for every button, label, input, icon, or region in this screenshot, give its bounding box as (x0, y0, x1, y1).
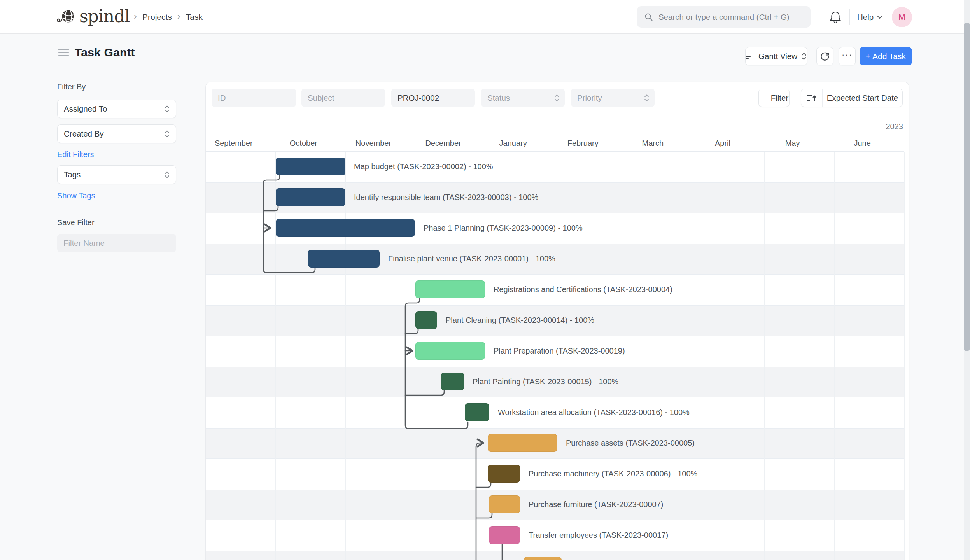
breadcrumb-projects[interactable]: Projects (142, 12, 172, 22)
view-switcher-label: Gantt View (758, 52, 797, 61)
created-by-select[interactable]: Created By (57, 124, 176, 143)
gantt-gridline (485, 152, 485, 560)
view-switcher-button[interactable]: Gantt View (745, 47, 807, 65)
status-placeholder: Status (487, 93, 510, 103)
scrollbar-track[interactable] (964, 0, 970, 560)
month-label: June (827, 139, 897, 148)
gantt-task-bar[interactable] (276, 158, 345, 175)
gantt-task-bar[interactable] (489, 526, 520, 544)
help-label: Help (857, 12, 874, 22)
select-chevrons-icon (165, 171, 170, 178)
sort-ascending-icon (807, 94, 816, 102)
gantt-card: Status Priority Filter Expected Start Da… (205, 82, 909, 560)
app-logo[interactable]: spindl (56, 0, 130, 34)
filter-icon (760, 95, 767, 101)
page-head: Task Gantt (58, 46, 135, 59)
gantt-gridline (695, 152, 695, 560)
refresh-icon (820, 51, 830, 61)
show-tags-link[interactable]: Show Tags (57, 191, 95, 200)
gantt-view-icon (746, 53, 755, 60)
chevron-right-icon: › (177, 12, 180, 21)
select-chevrons-icon (644, 94, 649, 102)
gantt-task-bar[interactable] (308, 250, 380, 268)
project-filter-input[interactable] (391, 89, 475, 107)
avatar-initial: M (898, 12, 905, 23)
select-chevrons-icon (801, 52, 807, 61)
month-label: November (338, 139, 408, 148)
breadcrumb-task[interactable]: Task (186, 12, 203, 22)
add-task-label: + Add Task (866, 52, 906, 61)
gantt-task-bar[interactable] (489, 495, 520, 513)
gantt-task-bar[interactable] (524, 557, 562, 560)
sort-field-button[interactable]: Expected Start Date (823, 89, 902, 107)
month-label: September (205, 139, 269, 148)
month-label: December (408, 139, 478, 148)
ellipsis-icon: ··· (842, 50, 853, 60)
gantt-task-bar[interactable] (488, 465, 520, 483)
select-chevrons-icon (165, 105, 170, 113)
assigned-to-label: Assigned To (64, 104, 107, 114)
navbar: spindl › Projects › Task Search or type … (0, 0, 970, 34)
month-label: February (548, 139, 618, 148)
yarn-ball-icon (56, 8, 77, 26)
priority-filter-select[interactable]: Priority (571, 89, 655, 107)
navbar-divider (849, 9, 850, 25)
gantt-gridline (625, 152, 625, 560)
gantt-gridline (275, 152, 276, 560)
gantt-gridline (764, 152, 765, 560)
gantt-gridline (555, 152, 555, 560)
filter-name-input[interactable] (57, 234, 176, 252)
gantt-month-header: SeptemberOctoberNovemberDecemberJanuaryF… (205, 139, 904, 148)
month-label: October (269, 139, 339, 148)
priority-placeholder: Priority (577, 93, 602, 103)
add-task-button[interactable]: + Add Task (860, 47, 912, 65)
brand-name: spindl (79, 6, 130, 26)
created-by-label: Created By (64, 129, 104, 138)
gantt-task-bar[interactable] (488, 434, 557, 452)
id-filter-input[interactable] (212, 89, 296, 107)
gantt-rows (206, 151, 904, 560)
gantt-task-bar[interactable] (415, 342, 485, 360)
month-label: April (688, 139, 758, 148)
search-placeholder: Search or type a command (Ctrl + G) (658, 12, 790, 22)
sort-button-group[interactable]: Expected Start Date (801, 89, 903, 107)
tags-label: Tags (64, 170, 81, 179)
help-menu[interactable]: Help (857, 0, 883, 34)
gantt-task-bar[interactable] (276, 219, 415, 237)
tags-select[interactable]: Tags (57, 165, 176, 184)
gantt-task-bar[interactable] (415, 280, 485, 298)
subject-filter-input[interactable] (301, 89, 385, 107)
page-title: Task Gantt (75, 46, 135, 59)
chevron-right-icon: › (134, 12, 137, 21)
more-options-button[interactable]: ··· (839, 47, 856, 65)
global-search-input[interactable]: Search or type a command (Ctrl + G) (637, 6, 811, 28)
gantt-task-bar[interactable] (415, 311, 437, 329)
assigned-to-select[interactable]: Assigned To (57, 100, 176, 118)
avatar[interactable]: M (892, 7, 912, 27)
filter-button[interactable]: Filter (758, 89, 790, 107)
gantt-gridline (345, 152, 346, 560)
gantt-year-label: 2023 (886, 122, 903, 131)
sort-direction-button[interactable] (801, 89, 823, 107)
notifications-bell-icon[interactable] (828, 9, 843, 25)
refresh-button[interactable] (816, 47, 833, 65)
breadcrumb: › Projects › Task (134, 0, 203, 34)
month-label: May (758, 139, 828, 148)
chevron-down-icon (877, 15, 883, 19)
month-label: March (618, 139, 688, 148)
gantt-task-bar[interactable] (465, 403, 489, 421)
month-label: January (478, 139, 548, 148)
gantt-task-bar[interactable] (276, 188, 345, 206)
select-chevrons-icon (554, 94, 559, 102)
save-filter-label: Save Filter (57, 218, 95, 227)
scrollbar-thumb[interactable] (964, 23, 970, 351)
search-icon (644, 12, 653, 22)
filter-by-label: Filter By (57, 82, 86, 91)
drag-handle-icon[interactable] (58, 49, 69, 56)
edit-filters-link[interactable]: Edit Filters (57, 150, 94, 159)
gantt-gridline (904, 152, 905, 560)
filter-button-label: Filter (771, 93, 789, 103)
gantt-gridline (834, 152, 835, 560)
status-filter-select[interactable]: Status (481, 89, 565, 107)
gantt-task-bar[interactable] (441, 373, 464, 390)
